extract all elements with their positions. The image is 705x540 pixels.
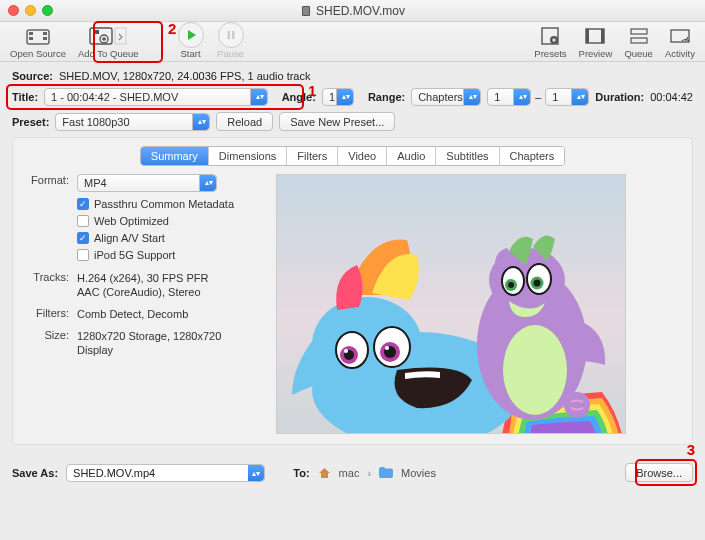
title-row: Title: 1 - 00:04:42 - SHED.MOV ▴▾ Angle:… (12, 88, 693, 106)
open-source-icon (25, 24, 51, 48)
chevron-updown-icon: ▴▾ (256, 93, 264, 101)
save-path-folder[interactable]: Movies (401, 467, 436, 479)
svg-point-29 (344, 349, 348, 353)
tab-bar: Summary Dimensions Filters Video Audio S… (23, 146, 682, 166)
range-mode-select[interactable]: Chapters ▴▾ (411, 88, 481, 106)
title-value: 1 - 00:04:42 - SHED.MOV (51, 91, 178, 103)
align-checkbox-row: Align A/V Start (77, 231, 258, 245)
preset-label: Preset: (12, 116, 49, 128)
document-icon (300, 5, 312, 17)
queue-label: Queue (624, 48, 653, 59)
pause-button: Pause (211, 22, 251, 59)
main-toolbar: Open Source Add To Queue Start Pause Pre… (0, 22, 705, 62)
folder-icon (379, 467, 393, 478)
range-mode-value: Chapters (418, 91, 463, 103)
filters-value: Comb Detect, Decomb (77, 307, 258, 321)
content-area: Source: SHED.MOV, 1280x720, 24.0036 FPS,… (0, 62, 705, 488)
save-as-filename: SHED.MOV.mp4 (73, 467, 155, 479)
ipod-checkbox[interactable] (77, 249, 89, 261)
tab-audio[interactable]: Audio (387, 147, 436, 165)
queue-button[interactable]: Queue (620, 24, 657, 59)
save-as-field[interactable]: SHED.MOV.mp4 ▴▾ (66, 464, 265, 482)
pause-icon (218, 22, 244, 48)
activity-label: Activity (665, 48, 695, 59)
svg-point-34 (503, 325, 567, 415)
start-button[interactable]: Start (171, 22, 211, 59)
align-checkbox[interactable] (77, 232, 89, 244)
angle-value: 1 (329, 91, 335, 103)
window-titlebar: SHED.MOV.mov (0, 0, 705, 22)
chevron-updown-icon: ▴▾ (519, 93, 527, 101)
weboptimized-checkbox-row: Web Optimized (77, 214, 258, 228)
size-label: Size: (23, 329, 69, 357)
add-to-queue-icon (88, 24, 128, 48)
open-source-button[interactable]: Open Source (6, 24, 70, 59)
add-to-queue-label: Add To Queue (78, 48, 139, 59)
svg-rect-9 (93, 30, 99, 34)
source-label: Source: (12, 70, 53, 82)
chevron-updown-icon: ▴▾ (205, 179, 213, 187)
filters-label: Filters: (23, 307, 69, 321)
video-preview (276, 174, 626, 434)
open-source-label: Open Source (10, 48, 66, 59)
window-title-text: SHED.MOV.mov (316, 4, 405, 18)
svg-point-42 (564, 392, 590, 418)
tracks-label: Tracks: (23, 271, 69, 299)
annotation-number-1: 1 (308, 82, 316, 99)
preset-row: Preset: Fast 1080p30 ▴▾ Reload Save New … (12, 112, 693, 131)
preview-button[interactable]: Preview (575, 24, 617, 59)
svg-point-41 (534, 280, 541, 287)
format-label: Format: (23, 174, 69, 265)
svg-rect-1 (303, 7, 309, 15)
tab-dimensions[interactable]: Dimensions (209, 147, 287, 165)
duration-value: 00:04:42 (650, 91, 693, 103)
svg-rect-11 (227, 31, 230, 39)
svg-rect-3 (29, 32, 33, 35)
preview-icon (584, 24, 606, 48)
tab-filters[interactable]: Filters (287, 147, 338, 165)
main-panel: Summary Dimensions Filters Video Audio S… (12, 137, 693, 445)
weboptimized-label: Web Optimized (94, 214, 169, 228)
save-new-preset-button[interactable]: Save New Preset... (279, 112, 395, 131)
tab-chapters[interactable]: Chapters (500, 147, 565, 165)
tab-subtitles[interactable]: Subtitles (436, 147, 499, 165)
weboptimized-checkbox[interactable] (77, 215, 89, 227)
summary-info: Format: MP4 ▴▾ Passthru Common Metadata (23, 174, 258, 434)
pause-label: Pause (217, 48, 244, 59)
add-to-queue-button[interactable]: Add To Queue (74, 24, 143, 59)
format-select[interactable]: MP4 ▴▾ (77, 174, 217, 192)
source-row: Source: SHED.MOV, 1280x720, 24.0036 FPS,… (12, 70, 693, 82)
range-to-value: 1 (552, 91, 558, 103)
range-to-select[interactable]: 1 ▴▾ (545, 88, 589, 106)
duration-label: Duration: (595, 91, 644, 103)
passthru-checkbox-row: Passthru Common Metadata (77, 197, 258, 211)
passthru-checkbox[interactable] (77, 198, 89, 210)
reload-button[interactable]: Reload (216, 112, 273, 131)
title-select[interactable]: 1 - 00:04:42 - SHED.MOV ▴▾ (44, 88, 268, 106)
ipod-checkbox-row: iPod 5G Support (77, 248, 258, 262)
svg-rect-5 (43, 32, 47, 35)
svg-rect-12 (232, 31, 235, 39)
svg-rect-6 (43, 37, 47, 40)
source-text: SHED.MOV, 1280x720, 24.0036 FPS, 1 audio… (59, 70, 311, 82)
presets-button[interactable]: Presets (530, 24, 570, 59)
align-label: Align A/V Start (94, 231, 165, 245)
browse-button[interactable]: Browse... (625, 463, 693, 482)
tab-video[interactable]: Video (338, 147, 387, 165)
range-dash: – (535, 91, 541, 103)
activity-button[interactable]: Activity (661, 24, 699, 59)
chevron-updown-icon: ▴▾ (198, 118, 206, 126)
preset-select[interactable]: Fast 1080p30 ▴▾ (55, 113, 210, 131)
save-path-home[interactable]: mac (339, 467, 360, 479)
svg-rect-19 (631, 38, 647, 43)
tab-summary[interactable]: Summary (141, 147, 209, 165)
path-separator: › (367, 467, 371, 479)
start-icon (178, 22, 204, 48)
title-label: Title: (12, 91, 38, 103)
range-from-select[interactable]: 1 ▴▾ (487, 88, 531, 106)
angle-select[interactable]: 1 ▴▾ (322, 88, 354, 106)
range-label: Range: (368, 91, 405, 103)
chevron-updown-icon: ▴▾ (342, 93, 350, 101)
range-from-value: 1 (494, 91, 500, 103)
format-value: MP4 (84, 176, 107, 190)
